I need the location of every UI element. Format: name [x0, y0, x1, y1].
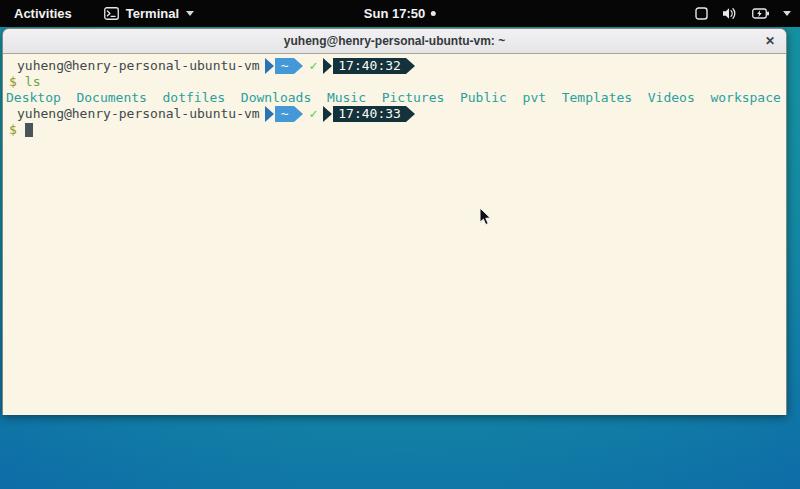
prompt-user-host: yuheng@henry-personal-ubuntu-vm	[9, 58, 260, 74]
powerline-chevron-icon	[265, 106, 274, 122]
terminal-window: yuheng@henry-personal-ubuntu-vm: ~ ✕ yuh…	[2, 28, 787, 415]
activities-button[interactable]: Activities	[10, 4, 76, 23]
chevron-down-icon	[186, 11, 194, 16]
window-title: yuheng@henry-personal-ubuntu-vm: ~	[284, 34, 505, 48]
current-prompt-line: $	[9, 122, 786, 138]
battery-charging-icon	[752, 8, 769, 19]
chevron-down-icon	[783, 11, 791, 16]
command-line: $ ls	[9, 74, 786, 90]
system-status-menu-button[interactable]	[695, 7, 791, 20]
display-icon	[695, 7, 708, 20]
top-bar: Activities Terminal Sun 17:50	[0, 0, 800, 27]
prompt-line-1: yuheng@henry-personal-ubuntu-vm ~ ✓ 17:4…	[9, 58, 786, 74]
powerline-chevron-icon	[323, 58, 332, 74]
volume-icon	[722, 7, 738, 20]
notification-dot-icon	[431, 11, 436, 16]
powerline-arrow-icon	[406, 58, 415, 74]
clock-label: Sun 17:50	[364, 6, 425, 21]
clock-button[interactable]: Sun 17:50	[364, 6, 436, 21]
close-button[interactable]: ✕	[765, 35, 775, 47]
prompt-time-segment: 17:40:33	[333, 106, 406, 122]
command-text: ls	[25, 74, 41, 90]
prompt-symbol: $	[9, 122, 17, 138]
powerline-chevron-icon	[265, 58, 274, 74]
terminal-cursor	[25, 123, 33, 137]
powerline-arrow-icon	[294, 106, 303, 122]
powerline-chevron-icon	[323, 106, 332, 122]
prompt-cwd-segment: ~	[275, 106, 295, 122]
window-titlebar[interactable]: yuheng@henry-personal-ubuntu-vm: ~ ✕	[3, 29, 786, 54]
app-menu-button[interactable]: Terminal	[104, 6, 194, 21]
prompt-cwd-segment: ~	[275, 58, 295, 74]
exit-status-check-icon: ✓	[309, 106, 317, 122]
prompt-line-2: yuheng@henry-personal-ubuntu-vm ~ ✓ 17:4…	[9, 106, 786, 122]
powerline-arrow-icon	[294, 58, 303, 74]
powerline-arrow-icon	[406, 106, 415, 122]
terminal-content[interactable]: yuheng@henry-personal-ubuntu-vm ~ ✓ 17:4…	[3, 54, 786, 415]
prompt-time-segment: 17:40:32	[333, 58, 406, 74]
terminal-app-icon	[104, 7, 119, 20]
app-menu-label: Terminal	[126, 6, 179, 21]
prompt-symbol: $	[9, 74, 17, 90]
exit-status-check-icon: ✓	[309, 58, 317, 74]
prompt-user-host: yuheng@henry-personal-ubuntu-vm	[9, 106, 260, 122]
ls-output-line: Desktop Documents dotfiles Downloads Mus…	[6, 90, 786, 106]
